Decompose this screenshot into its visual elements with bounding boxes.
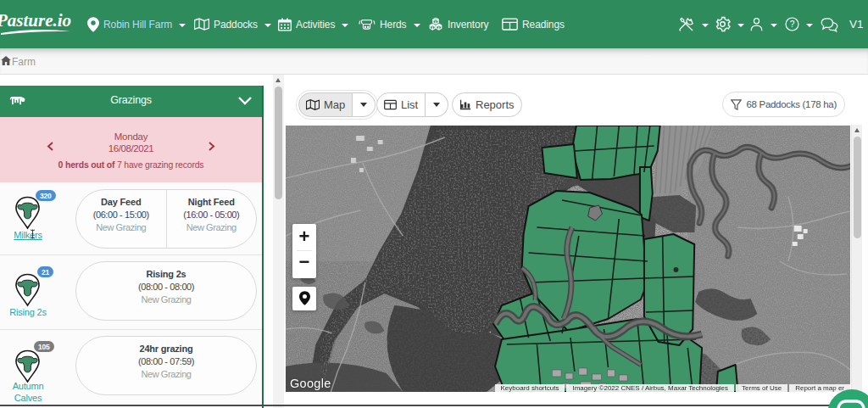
svg-text:?: ? xyxy=(790,20,795,29)
